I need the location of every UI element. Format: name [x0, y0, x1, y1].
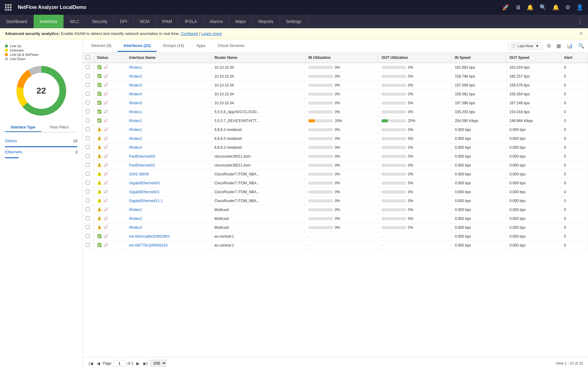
tab-apps[interactable]: Apps — [190, 40, 212, 52]
row-chart-icon[interactable]: 📈 — [104, 92, 108, 96]
tab-devices[interactable]: Devices (9) — [85, 40, 118, 52]
row-chart-icon[interactable]: 📈 — [104, 74, 108, 78]
alert-close-icon[interactable]: ✕ — [579, 31, 583, 36]
nav-maps[interactable]: Maps — [229, 15, 252, 28]
nav-alarms[interactable]: Alarms — [203, 15, 229, 28]
row-chart-icon[interactable]: 📈 — [104, 181, 108, 185]
interface-name-link[interactable]: GigabitEthernet0/0 — [129, 181, 160, 185]
grid-icon[interactable] — [5, 4, 12, 11]
first-page-btn[interactable]: |◀ — [88, 361, 94, 366]
interface-name-link[interactable]: FastEthernet0/0 — [129, 154, 155, 159]
settings-icon[interactable]: ⚙ — [565, 4, 570, 11]
row-checkbox[interactable] — [86, 109, 90, 113]
nav-dashboard[interactable]: Dashboard — [0, 15, 34, 28]
interface-name-link[interactable]: IfIndex1 — [129, 119, 142, 123]
row-chart-icon[interactable]: 📈 — [104, 101, 108, 105]
row-chart-icon[interactable]: 📈 — [104, 127, 108, 132]
row-checkbox[interactable] — [86, 216, 90, 220]
time-selector[interactable]: 🕐 Last Hour ▼ — [508, 42, 542, 50]
row-checkbox[interactable] — [86, 190, 90, 194]
next-page-btn[interactable]: ▶ — [135, 361, 141, 366]
row-chart-icon[interactable]: 📈 — [104, 234, 108, 238]
search-icon[interactable]: 🔍 — [540, 4, 546, 11]
row-chart-icon[interactable]: 📈 — [104, 163, 108, 167]
row-chart-icon[interactable]: 📈 — [104, 109, 108, 114]
page-input[interactable] — [113, 360, 126, 366]
tab-interface-type[interactable]: Interface Type — [5, 123, 41, 132]
filter-icon[interactable]: ⚙ — [545, 42, 552, 50]
row-chart-icon[interactable]: 📈 — [104, 145, 108, 149]
row-checkbox[interactable] — [86, 234, 90, 238]
row-chart-icon[interactable]: 📈 — [104, 65, 108, 69]
configure-link[interactable]: Configure — [181, 31, 198, 36]
row-chart-icon[interactable]: 📈 — [104, 136, 108, 140]
nav-ipam[interactable]: IPAM — [156, 15, 179, 28]
nav-security[interactable]: Security — [86, 15, 114, 28]
monitor-icon[interactable]: 🖥 — [515, 4, 521, 11]
tab-flow-filters[interactable]: Flow Filters — [41, 123, 78, 132]
nav-wlc[interactable]: WLC — [64, 15, 86, 28]
last-page-btn[interactable]: ▶| — [142, 361, 149, 366]
interface-name-link[interactable]: IfIndex3 — [129, 83, 142, 87]
chart-icon[interactable]: 📊 — [565, 42, 574, 50]
interface-name-link[interactable]: IfIndex4 — [129, 92, 142, 96]
interface-name-link[interactable]: IfIndex1 — [129, 128, 142, 132]
interface-name-link[interactable]: IfIndex2 — [129, 74, 142, 79]
select-all-checkbox[interactable] — [86, 55, 90, 59]
row-chart-icon[interactable]: 📈 — [104, 216, 108, 220]
rocket-icon[interactable]: 🚀 — [502, 4, 509, 11]
search-table-icon[interactable]: 🔍 — [577, 42, 586, 50]
interface-name-link[interactable]: IfIndex1 — [129, 110, 142, 114]
row-checkbox[interactable] — [86, 101, 90, 105]
row-checkbox[interactable] — [86, 163, 90, 167]
interface-name-link[interactable]: IfIndex2 — [129, 136, 142, 141]
row-chart-icon[interactable]: 📈 — [104, 154, 108, 158]
interface-name-link[interactable]: GigabitEthernet0/1.1 — [129, 199, 163, 203]
row-checkbox[interactable] — [86, 74, 90, 78]
interface-name-link[interactable]: IfIndex1 — [129, 65, 142, 70]
tab-groups[interactable]: Groups (18) — [157, 40, 190, 52]
row-checkbox[interactable] — [86, 181, 90, 185]
row-chart-icon[interactable]: 📈 — [104, 207, 108, 212]
row-checkbox[interactable] — [86, 207, 90, 211]
row-checkbox[interactable] — [86, 198, 90, 202]
row-checkbox[interactable] — [86, 136, 90, 140]
row-checkbox[interactable] — [86, 243, 90, 247]
interface-name-link[interactable]: eni-0fd779c1bf5608163 — [129, 243, 168, 247]
interface-name-link[interactable]: eni-0eb2ca86c92862893 — [129, 234, 169, 239]
row-chart-icon[interactable]: 📈 — [104, 118, 108, 123]
row-checkbox[interactable] — [86, 83, 90, 87]
nav-dpi[interactable]: DPI — [114, 15, 134, 28]
nav-inventory[interactable]: Inventory — [34, 15, 64, 28]
row-chart-icon[interactable]: 📈 — [104, 243, 108, 247]
row-checkbox[interactable] — [86, 92, 90, 96]
interface-name-link[interactable]: IfIndex3 — [129, 225, 142, 230]
interface-name-link[interactable]: IfIndex3 — [129, 145, 142, 150]
row-checkbox[interactable] — [86, 172, 90, 176]
learn-more-link[interactable]: Learn more — [201, 31, 221, 36]
nav-reports[interactable]: Reports — [252, 15, 280, 28]
bell-icon[interactable]: 🔔 — [527, 4, 533, 11]
row-chart-icon[interactable]: 📈 — [104, 83, 108, 87]
user-icon[interactable]: 👤 — [576, 4, 583, 11]
row-chart-icon[interactable]: 📈 — [104, 225, 108, 229]
alert-icon[interactable]: 🔔 — [552, 4, 559, 11]
nav-settings[interactable]: Settings — [280, 15, 308, 28]
row-checkbox[interactable] — [86, 225, 90, 229]
interface-name-link[interactable]: FastEthernet0/1 — [129, 163, 155, 167]
grid-view-icon[interactable]: ▦ — [555, 42, 562, 50]
row-chart-icon[interactable]: 📈 — [104, 190, 108, 194]
interface-name-link[interactable]: GigabitEthernet0/1 — [129, 190, 160, 194]
row-checkbox[interactable] — [86, 65, 90, 69]
ethernets-label[interactable]: Ethernets — [5, 150, 22, 154]
tab-interfaces[interactable]: Interfaces (22) — [118, 40, 157, 52]
row-checkbox[interactable] — [86, 145, 90, 149]
row-checkbox[interactable] — [86, 127, 90, 131]
nav-ipsla[interactable]: IPSLA — [179, 15, 203, 28]
prev-page-btn[interactable]: ◀ — [96, 361, 101, 366]
interface-name-link[interactable]: IfIndex2 — [129, 217, 142, 221]
row-chart-icon[interactable]: 📈 — [104, 172, 108, 176]
tab-cloud-services[interactable]: Cloud Services — [212, 40, 251, 52]
per-page-select[interactable]: 100 50 25 — [150, 360, 167, 367]
row-checkbox[interactable] — [86, 154, 90, 158]
